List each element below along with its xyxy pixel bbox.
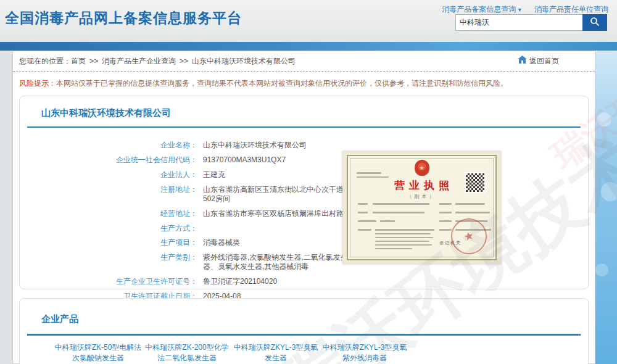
table-row: 生产类别： 紫外线消毒器,次氯酸钠发生器,二氧化氯发生器,臭氧发生器、臭氧水发生…	[20, 253, 588, 271]
license-text-line	[375, 244, 432, 246]
license-text-line	[375, 229, 434, 231]
license-text-line	[357, 172, 381, 174]
field-value: 山东中科瑞沃环境技术有限公司	[203, 141, 307, 150]
table-row: 注册地址： 山东省潍坊高新区玉清东街以北中心次干道以西高新大厦502房间	[20, 185, 588, 204]
table-row: 经营地址： 山东省潍坊市寒亭区双杨店镇阚淋埠出村路西100米	[20, 209, 588, 218]
risk-notice: 风险提示：本网站仅基于已掌握的信息提供查询服务，查询结果不代表本网站对被查询对象…	[13, 72, 595, 91]
product-list: 中科瑞沃牌ZK-50型电解法 次氯酸钠发生器 中科瑞沃牌ZK-200型化学 法二…	[54, 342, 588, 363]
field-value: 鲁卫消证字202104020	[203, 277, 277, 286]
breadcrumb-prefix: 您现在的位置：	[19, 57, 71, 65]
breadcrumb-separator: >>	[89, 57, 98, 65]
breadcrumb: 您现在的位置：首页>>消毒产品生产企业查询>>山东中科瑞沃环境技术有限公司 返回…	[13, 51, 595, 72]
divider	[27, 334, 581, 336]
main-content: 您现在的位置：首页>>消毒产品生产企业查询>>山东中科瑞沃环境技术有限公司 返回…	[12, 51, 595, 364]
field-label: 生产类别：	[20, 253, 197, 271]
breadcrumb-current: 山东中科瑞沃环境技术有限公司	[192, 57, 296, 65]
license-text-line	[455, 203, 485, 205]
business-license-image: ★ 营业执照 （副本）	[342, 151, 501, 264]
license-text-line	[358, 220, 376, 222]
license-text-line	[358, 203, 368, 205]
field-label: 企业名称：	[20, 141, 197, 150]
license-text-line	[357, 176, 389, 178]
license-subtitle: （副本）	[348, 193, 495, 200]
risk-notice-text: 本网站仅基于已掌握的信息提供查询服务，查询结果不代表本网站对被查询对象信用状况的…	[56, 79, 508, 88]
license-text-line	[358, 212, 368, 213]
product-link[interactable]: 中科瑞沃牌ZK-200型化学 法二氧化氯发生器	[143, 342, 231, 363]
license-text-line	[439, 220, 452, 222]
field-label: 经营地址：	[20, 209, 197, 218]
field-label: 企业统一社会信用代码：	[20, 155, 197, 165]
site-header: 全国消毒产品网上备案信息服务平台 消毒产品备案信息查询 ▾ 消毒产品责任单位查询	[0, 0, 617, 42]
license-text-line	[358, 229, 371, 231]
products-panel: 企业产品 中科瑞沃牌ZK-50型电解法 次氯酸钠发生器 中科瑞沃牌ZK-200型…	[19, 298, 589, 364]
table-row: 生产企业卫生许可证号： 鲁卫消证字202104020	[20, 277, 588, 286]
table-row: 生产方式：	[20, 224, 588, 233]
company-name-heading: 山东中科瑞沃环境技术有限公司	[41, 107, 588, 119]
decorative-side-strip	[595, 51, 617, 364]
license-text-line	[439, 229, 452, 231]
search-input[interactable]	[455, 14, 582, 31]
search-bar	[455, 14, 607, 31]
breadcrumb-category-link[interactable]: 消毒产品生产企业查询	[102, 57, 176, 65]
home-icon	[518, 51, 527, 71]
field-value: 91370700MA3M3U1QX7	[203, 155, 286, 165]
license-text-line	[373, 203, 429, 205]
license-text-line	[375, 233, 431, 234]
top-nav: 消毒产品备案信息查询 ▾ 消毒产品责任单位查询	[431, 4, 608, 15]
table-row: 企业统一社会信用代码： 91370700MA3M3U1QX7	[20, 155, 588, 165]
table-row: 生产项目： 消毒器械类	[20, 238, 588, 247]
license-text-line	[373, 212, 424, 213]
license-text-line	[439, 203, 452, 205]
nav-link-responsible-unit-query[interactable]: 消毒产品责任单位查询	[534, 5, 608, 14]
license-text-line	[455, 212, 490, 213]
site-title: 全国消毒产品网上备案信息服务平台	[5, 9, 242, 28]
risk-notice-label: 风险提示：	[19, 79, 56, 88]
company-fields: 企业名称： 山东中科瑞沃环境技术有限公司 企业统一社会信用代码： 9137070…	[20, 141, 588, 307]
search-icon	[590, 17, 600, 28]
back-home-link[interactable]: 返回首页	[518, 51, 559, 71]
search-button[interactable]	[582, 14, 607, 31]
license-text-line	[439, 212, 452, 213]
field-value: 消毒器械类	[203, 238, 240, 247]
product-link[interactable]: 中科瑞沃牌ZK-50型电解法 次氯酸钠发生器	[54, 342, 142, 363]
license-text-line	[375, 241, 429, 242]
product-link[interactable]: 中科瑞沃牌ZKYL-3型臭氧 紫外线消毒器	[321, 342, 408, 363]
license-text-line	[375, 248, 412, 249]
field-value: 王建克	[203, 170, 225, 180]
page: 全国消毒产品网上备案信息服务平台 消毒产品备案信息查询 ▾ 消毒产品责任单位查询…	[0, 0, 617, 364]
back-home-label: 返回首页	[529, 51, 559, 71]
license-text-line	[375, 237, 433, 238]
company-info-panel: 山东中科瑞沃环境技术有限公司 企业名称： 山东中科瑞沃环境技术有限公司 企业统一…	[19, 96, 589, 289]
field-label: 生产企业卫生许可证号：	[20, 277, 197, 286]
national-emblem-icon: ★	[415, 160, 429, 176]
breadcrumb-home-link[interactable]: 首页	[71, 57, 86, 65]
field-label: 生产方式：	[20, 224, 197, 233]
chevron-down-icon: ▾	[518, 6, 521, 13]
field-label: 生产项目：	[20, 238, 197, 247]
qr-code	[465, 172, 486, 193]
field-label: 企业法人：	[20, 170, 197, 180]
product-link[interactable]: 中科瑞沃牌ZKYL-3型臭氧 发生器	[232, 342, 320, 363]
breadcrumb-separator: >>	[180, 57, 188, 65]
field-label: 注册地址：	[20, 185, 197, 204]
license-frame: ★ 营业执照 （副本）	[347, 155, 497, 260]
table-row: 企业名称： 山东中科瑞沃环境技术有限公司	[20, 141, 588, 150]
products-section-title: 企业产品	[41, 313, 588, 325]
license-text-line	[380, 220, 395, 222]
table-row: 企业法人： 王建克	[20, 170, 588, 180]
nav-link-record-info-query[interactable]: 消毒产品备案信息查询 ▾	[442, 5, 521, 14]
divider	[27, 126, 581, 128]
header-accent-bar	[0, 42, 617, 51]
